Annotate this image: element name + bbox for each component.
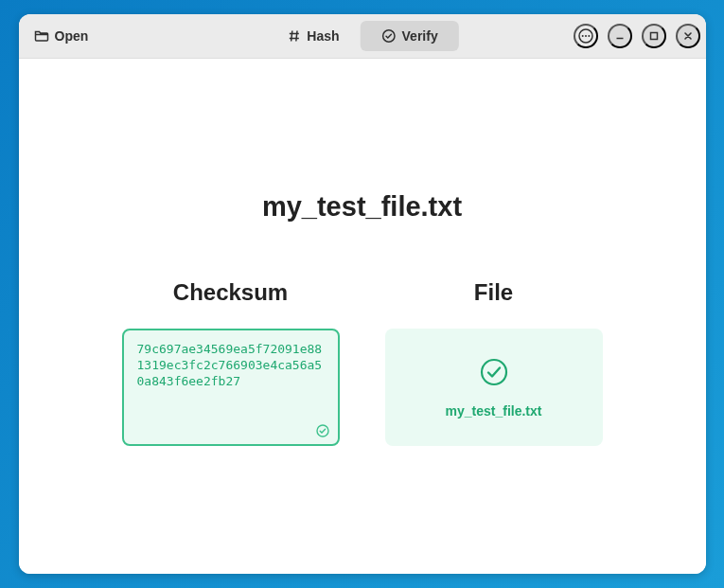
maximize-icon bbox=[648, 30, 660, 42]
verify-check-icon bbox=[381, 28, 397, 44]
checksum-heading: Checksum bbox=[122, 279, 340, 306]
minimize-button[interactable] bbox=[608, 24, 632, 48]
more-horizontal-icon bbox=[577, 27, 594, 45]
tab-verify[interactable]: Verify bbox=[361, 21, 459, 51]
svg-point-3 bbox=[585, 35, 587, 37]
main-content: my_test_file.txt Checksum 79c697ae34569e… bbox=[19, 59, 706, 574]
svg-rect-5 bbox=[650, 33, 657, 40]
file-verified-icon bbox=[478, 356, 510, 388]
menu-button[interactable] bbox=[574, 24, 598, 48]
headerbar: Open Hash Verify bbox=[19, 14, 706, 59]
panel-row: Checksum 79c697ae34569ea5f72091e881319ec… bbox=[19, 279, 706, 446]
checksum-valid-icon bbox=[315, 423, 330, 438]
close-icon bbox=[682, 30, 694, 42]
tab-hash-label: Hash bbox=[307, 28, 339, 44]
checksum-input-box[interactable]: 79c697ae34569ea5f72091e881319ec3fc2c7669… bbox=[122, 329, 340, 446]
folder-open-icon bbox=[34, 28, 49, 44]
svg-point-4 bbox=[588, 35, 590, 37]
file-drop-box[interactable]: my_test_file.txt bbox=[385, 329, 603, 446]
svg-point-7 bbox=[482, 360, 506, 384]
file-name-label: my_test_file.txt bbox=[446, 403, 542, 419]
file-panel: File my_test_file.txt bbox=[385, 279, 603, 446]
checksum-panel: Checksum 79c697ae34569ea5f72091e881319ec… bbox=[122, 279, 340, 446]
page-title: my_test_file.txt bbox=[19, 191, 706, 223]
tab-verify-label: Verify bbox=[402, 28, 438, 44]
header-left-group: Open bbox=[25, 23, 98, 49]
maximize-button[interactable] bbox=[642, 24, 666, 48]
svg-point-2 bbox=[581, 35, 583, 37]
minimize-icon bbox=[614, 30, 626, 42]
header-right-group bbox=[574, 24, 700, 48]
hash-icon bbox=[286, 28, 301, 44]
tab-hash[interactable]: Hash bbox=[265, 21, 360, 51]
open-file-label: Open bbox=[55, 28, 89, 44]
checksum-value: 79c697ae34569ea5f72091e881319ec3fc2c7669… bbox=[137, 342, 325, 390]
app-window: Open Hash Verify bbox=[19, 14, 706, 574]
mode-tab-switcher: Hash Verify bbox=[265, 21, 458, 51]
open-file-button[interactable]: Open bbox=[25, 23, 98, 49]
close-button[interactable] bbox=[676, 24, 700, 48]
file-heading: File bbox=[385, 279, 603, 306]
